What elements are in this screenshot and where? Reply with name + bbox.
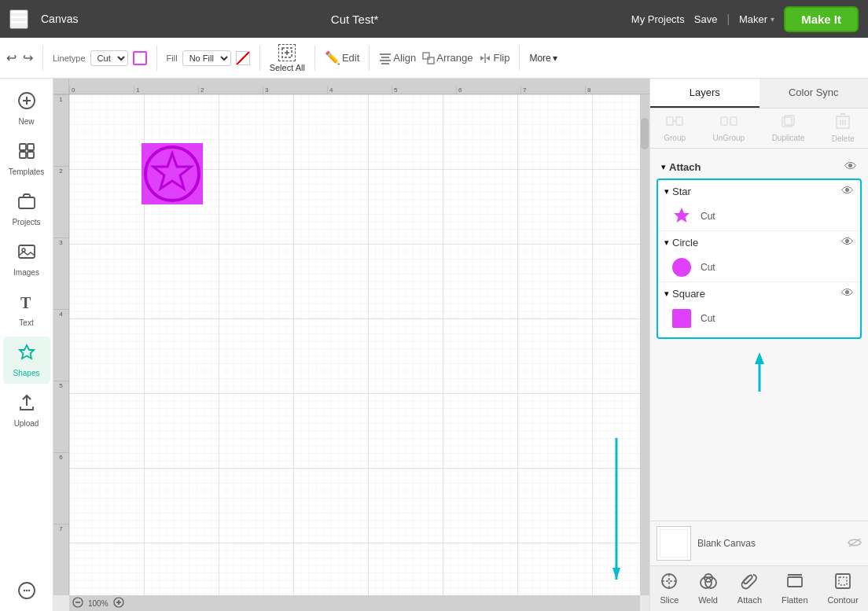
star-chevron-icon: ▾ [664, 186, 669, 197]
shapes-label: Shapes [13, 369, 40, 377]
zoom-minus-button[interactable] [72, 597, 83, 609]
flip-button[interactable]: Flip [479, 52, 509, 64]
star-sub-header[interactable]: ▾ Star 👁 [658, 180, 860, 202]
toolbar-divider-6 [519, 46, 520, 71]
left-sidebar: New Templates Projects Images T Text [0, 79, 53, 611]
svg-rect-65 [836, 574, 850, 588]
more-button[interactable]: More ▾ [529, 53, 557, 64]
horizontal-scrollbar[interactable]: 100% [69, 595, 640, 611]
linetype-select[interactable]: Cut [90, 50, 128, 66]
svg-rect-52 [672, 309, 691, 328]
square-visibility-icon[interactable]: 👁 [841, 286, 854, 300]
star-visibility-icon[interactable]: 👁 [841, 184, 854, 198]
new-label: New [18, 117, 34, 126]
undo-button[interactable]: ↩ [6, 50, 17, 65]
tab-layers[interactable]: Layers [650, 79, 760, 108]
vertical-scrollbar[interactable] [640, 94, 649, 595]
svg-rect-7 [381, 57, 389, 58]
ruler-mark-1: 1 [134, 86, 198, 94]
sidebar-item-new[interactable]: New [3, 85, 50, 132]
zoom-value: 100% [88, 599, 108, 608]
svg-rect-10 [423, 53, 429, 59]
delete-button[interactable]: Delete [832, 113, 855, 143]
attach-button[interactable]: Attach [737, 572, 762, 605]
sidebar-item-projects[interactable]: Projects [3, 186, 50, 233]
chat-icon [17, 581, 36, 605]
circle-sub-header[interactable]: ▾ Circle 👁 [658, 231, 860, 253]
ruler-mark-3: 3 [263, 86, 327, 94]
svg-rect-38 [676, 117, 682, 125]
delete-label: Delete [832, 134, 855, 143]
attach-group: ▾ Attach 👁 ▾ Star 👁 [655, 155, 863, 339]
star-cut-label: Cut [701, 211, 715, 222]
ruler-vmark-5: 5 [53, 381, 68, 452]
teal-arrow-up [650, 342, 868, 402]
delete-icon [836, 113, 850, 133]
group-button[interactable]: Group [664, 114, 686, 142]
ruler-vmark-4: 4 [53, 309, 68, 381]
sidebar-item-chat[interactable] [3, 575, 50, 611]
zoom-plus-button[interactable] [113, 597, 124, 609]
align-button[interactable]: Align [379, 52, 416, 64]
ungroup-icon [720, 114, 737, 132]
edit-button[interactable]: ✏️ Edit [325, 50, 359, 65]
fill-select[interactable]: No Fill [182, 50, 231, 66]
flatten-icon [786, 572, 804, 594]
circle-visibility-icon[interactable]: 👁 [841, 235, 854, 249]
ruler-horizontal: 0 1 2 3 4 5 6 7 8 [69, 79, 649, 94]
ruler-vmark-2: 2 [53, 166, 68, 237]
toolbar-divider-4 [314, 46, 315, 71]
header: Canvas Cut Test* My Projects Save | Make… [0, 0, 868, 38]
select-all-button[interactable]: Select All [270, 44, 305, 72]
tab-color-sync[interactable]: Color Sync [760, 79, 869, 108]
v-scroll-thumb[interactable] [641, 118, 649, 149]
ruler-mark-2: 2 [198, 86, 263, 94]
slice-button[interactable]: Slice [660, 572, 679, 605]
flatten-button[interactable]: Flatten [782, 572, 808, 605]
svg-rect-16 [28, 144, 34, 150]
sidebar-item-text[interactable]: T Text [3, 286, 50, 333]
slice-icon [660, 572, 678, 594]
save-button[interactable]: Save [694, 13, 718, 25]
slice-label: Slice [660, 595, 679, 605]
canvas-preview-eye-icon[interactable] [848, 537, 862, 550]
ruler-mark-6: 6 [456, 86, 520, 94]
sidebar-item-shapes[interactable]: Shapes [3, 337, 50, 384]
square-sub-header[interactable]: ▾ Square 👁 [658, 282, 860, 304]
maker-button[interactable]: Maker ▾ [739, 13, 774, 25]
select-all-label: Select All [270, 63, 305, 72]
redo-button[interactable]: ↪ [23, 50, 33, 65]
ruler-vmark-3: 3 [53, 237, 68, 309]
ungroup-button[interactable]: UnGroup [713, 114, 745, 142]
attach-items-box: ▾ Star 👁 Cut [657, 179, 862, 339]
svg-rect-18 [28, 152, 34, 158]
sidebar-item-upload[interactable]: Upload [3, 387, 50, 434]
contour-button[interactable]: Contour [827, 572, 858, 605]
sidebar-item-images[interactable]: Images [3, 236, 50, 283]
header-right: My Projects Save | Maker ▾ Make It [631, 6, 859, 32]
text-label: Text [19, 318, 33, 327]
weld-button[interactable]: Weld [698, 572, 718, 605]
square-cut-item: Cut [658, 304, 860, 333]
sidebar-item-templates[interactable]: Templates [3, 135, 50, 182]
svg-rect-15 [20, 144, 26, 150]
ruler-vmark-1: 1 [53, 94, 68, 166]
fill-color [236, 51, 250, 65]
main-layout: New Templates Projects Images T Text [0, 79, 868, 611]
make-it-button[interactable]: Make It [784, 6, 859, 32]
grid-svg [69, 94, 640, 595]
duplicate-button[interactable]: Duplicate [772, 114, 805, 142]
circle-chevron-icon: ▾ [664, 237, 669, 248]
attach-group-header[interactable]: ▾ Attach 👁 [655, 155, 863, 179]
ruler-corner [53, 79, 69, 94]
my-projects-button[interactable]: My Projects [631, 13, 685, 25]
svg-rect-8 [380, 60, 391, 61]
star-layer-group: ▾ Star 👁 Cut [658, 180, 860, 231]
arrange-button[interactable]: Arrange [422, 52, 473, 64]
attach-visibility-icon[interactable]: 👁 [844, 160, 857, 174]
grid-canvas[interactable] [69, 94, 640, 595]
attach-icon [741, 572, 758, 594]
text-icon: T [17, 293, 36, 316]
menu-icon[interactable] [9, 9, 28, 29]
group-label: Group [664, 134, 686, 142]
